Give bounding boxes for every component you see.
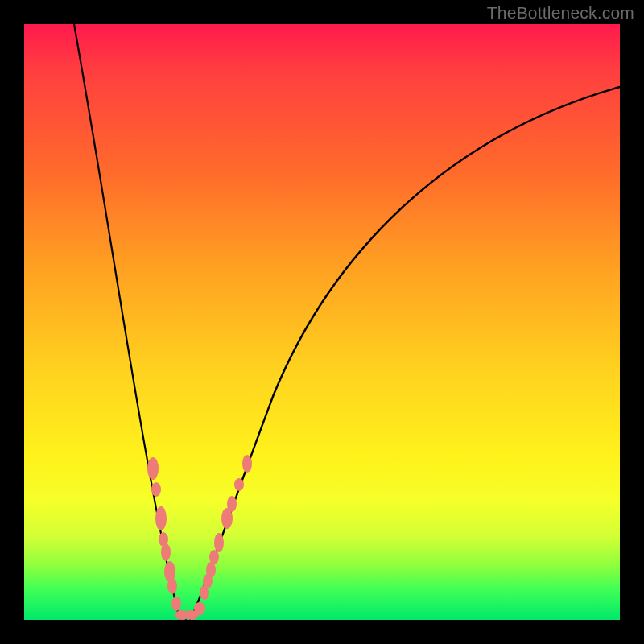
curve-right <box>190 87 620 620</box>
chart-frame: TheBottleneck.com <box>0 0 644 644</box>
data-marker <box>194 602 205 615</box>
data-marker <box>214 533 224 552</box>
chart-plot-area <box>24 24 620 620</box>
data-marker <box>171 597 181 611</box>
data-marker <box>234 478 244 491</box>
curve-left <box>74 24 187 621</box>
data-marker <box>242 455 252 473</box>
watermark-text: TheBottleneck.com <box>487 3 634 23</box>
data-marker <box>147 457 159 480</box>
data-marker <box>155 506 167 530</box>
chart-svg <box>24 24 620 620</box>
data-marker <box>221 508 233 529</box>
markers-left-group <box>147 457 181 611</box>
data-marker <box>151 482 161 497</box>
data-marker <box>200 585 209 600</box>
data-marker <box>161 543 171 561</box>
data-marker <box>167 578 177 594</box>
